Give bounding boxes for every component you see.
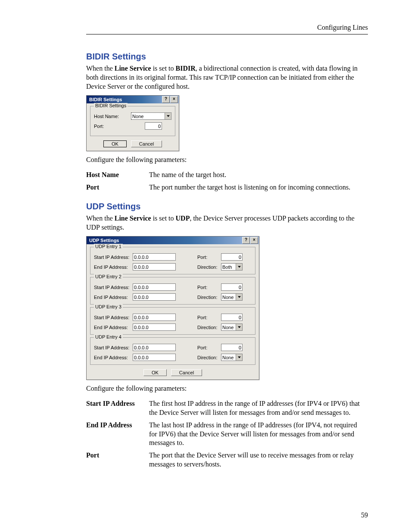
direction-label: Direction: — [197, 264, 221, 270]
term-bidir: BIDIR — [176, 65, 196, 72]
text: is set to — [151, 215, 176, 222]
end-ip-label: End IP Address: — [94, 295, 133, 300]
bidir-dialog: BIDIR Settings ? × BIDIR Settings Host N… — [86, 95, 179, 151]
close-icon[interactable]: × — [250, 237, 258, 244]
port-label: Port: — [197, 315, 221, 320]
chevron-down-icon — [236, 264, 242, 270]
param-desc-port: The port number the target host is liste… — [149, 181, 368, 194]
cancel-button[interactable]: Cancel — [171, 369, 202, 376]
hostname-value: None — [132, 114, 143, 119]
end-ip-label: End IP Address: — [94, 325, 133, 330]
udp-entry-1: UDP Entry 1Start IP Address:Port:End IP … — [90, 247, 255, 274]
chevron-down-icon — [236, 294, 242, 300]
param-key-startip: Start IP Address — [86, 398, 149, 419]
udp-entry-title: UDP Entry 1 — [94, 244, 123, 249]
bidir-intro: When the Line Service is set to BIDIR, a… — [86, 64, 368, 91]
direction-value: None — [222, 325, 234, 330]
start-ip-label: Start IP Address: — [94, 345, 133, 350]
direction-label: Direction: — [197, 325, 221, 330]
udp-dialog: UDP Settings ? × UDP Entry 1Start IP Add… — [86, 236, 259, 380]
start-ip-label: Start IP Address: — [94, 285, 133, 290]
end-ip-label: End IP Address: — [94, 355, 133, 360]
start-ip-input[interactable] — [133, 253, 176, 261]
bidir-dialog-titlebar[interactable]: BIDIR Settings ? × — [87, 96, 179, 103]
param-desc-hostname: The name of the target host. — [149, 169, 368, 181]
port-label: Port: — [197, 255, 221, 260]
direction-select[interactable]: None — [221, 324, 243, 331]
bidir-heading: BIDIR Settings — [86, 52, 368, 62]
end-ip-input[interactable] — [133, 293, 176, 301]
text: When the — [86, 215, 115, 222]
direction-value: Both — [222, 264, 232, 270]
term-line-service-2: Line Service — [115, 215, 151, 222]
port-label: Port: — [197, 285, 221, 290]
term-line-service: Line Service — [115, 65, 151, 72]
hostname-select[interactable]: None — [131, 112, 171, 120]
udp-entry-3: UDP Entry 3Start IP Address:Port:End IP … — [90, 307, 255, 335]
udp-entry-4: UDP Entry 4Start IP Address:Port:End IP … — [90, 337, 255, 365]
text: is set to — [151, 65, 176, 72]
ok-button[interactable]: OK — [103, 140, 127, 147]
port-input[interactable] — [145, 122, 162, 130]
param-desc-endip: The last host IP address in the range of… — [149, 419, 368, 449]
param-key-port: Port — [86, 181, 149, 194]
param-desc-startip: The first host IP address in the range o… — [149, 398, 368, 419]
end-ip-input[interactable] — [133, 324, 176, 331]
start-ip-input[interactable] — [133, 314, 176, 321]
udp-entry-title: UDP Entry 2 — [94, 274, 123, 279]
chevron-down-icon — [236, 324, 242, 330]
help-icon[interactable]: ? — [242, 237, 250, 244]
port-input[interactable] — [221, 314, 243, 321]
start-ip-label: Start IP Address: — [94, 255, 133, 260]
port-input[interactable] — [221, 344, 243, 351]
page-header-right: Configuring Lines — [86, 24, 368, 31]
close-icon[interactable]: × — [170, 96, 178, 103]
port-input[interactable] — [221, 283, 243, 291]
direction-label: Direction: — [197, 295, 221, 300]
direction-value: None — [222, 295, 234, 300]
direction-value: None — [222, 355, 234, 360]
start-ip-input[interactable] — [133, 283, 176, 291]
chevron-down-icon — [236, 354, 242, 361]
term-udp: UDP — [176, 215, 190, 222]
direction-select[interactable]: None — [221, 293, 243, 301]
direction-select[interactable]: Both — [221, 263, 243, 271]
bidir-group-title: BIDIR Settings — [94, 103, 128, 108]
udp-dialog-title: UDP Settings — [89, 238, 119, 243]
udp-configure-text: Configure the following parameters: — [86, 384, 368, 393]
end-ip-input[interactable] — [133, 263, 176, 271]
param-key-endip: End IP Address — [86, 419, 149, 449]
port-label: Port: — [197, 345, 221, 350]
param-key-port-udp: Port — [86, 449, 149, 471]
bidir-group: BIDIR Settings Host Name: None Port: — [90, 106, 175, 136]
chevron-down-icon — [165, 113, 171, 119]
ok-button[interactable]: OK — [143, 369, 167, 376]
udp-intro: When the Line Service is set to UDP, the… — [86, 214, 368, 232]
start-ip-input[interactable] — [133, 344, 176, 351]
udp-heading: UDP Settings — [86, 202, 368, 212]
port-input[interactable] — [221, 253, 243, 261]
cancel-button[interactable]: Cancel — [131, 140, 162, 147]
port-label: Port: — [94, 124, 133, 129]
bidir-param-table: Host Name The name of the target host. P… — [86, 169, 368, 194]
direction-select[interactable]: None — [221, 354, 243, 361]
direction-label: Direction: — [197, 355, 221, 360]
hostname-label: Host Name: — [94, 114, 131, 119]
param-desc-port-udp: The port that the Device Server will use… — [149, 449, 368, 471]
text: When the — [86, 65, 115, 72]
end-ip-label: End IP Address: — [94, 264, 133, 270]
udp-dialog-titlebar[interactable]: UDP Settings ? × — [87, 236, 259, 244]
bidir-dialog-title: BIDIR Settings — [89, 97, 122, 102]
udp-entry-title: UDP Entry 3 — [94, 304, 123, 309]
page-number: 59 — [361, 511, 368, 519]
help-icon[interactable]: ? — [162, 96, 170, 103]
bidir-configure-text: Configure the following parameters: — [86, 156, 368, 165]
udp-entry-title: UDP Entry 4 — [94, 334, 123, 339]
udp-entry-2: UDP Entry 2Start IP Address:Port:End IP … — [90, 277, 255, 305]
header-rule — [86, 34, 368, 34]
end-ip-input[interactable] — [133, 354, 176, 361]
param-key-hostname: Host Name — [86, 169, 149, 181]
start-ip-label: Start IP Address: — [94, 315, 133, 320]
udp-param-table: Start IP Address The first host IP addre… — [86, 398, 368, 471]
